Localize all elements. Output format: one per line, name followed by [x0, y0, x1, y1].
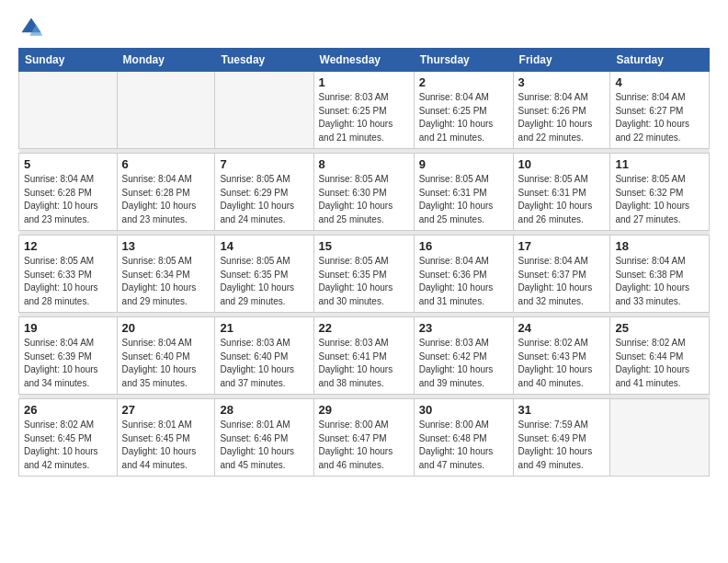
day-info: Sunrise: 8:05 AM Sunset: 6:35 PM Dayligh…: [319, 255, 409, 308]
day-info: Sunrise: 8:01 AM Sunset: 6:46 PM Dayligh…: [220, 419, 308, 472]
day-number: 11: [615, 157, 704, 171]
day-cell: 5Sunrise: 8:04 AM Sunset: 6:28 PM Daylig…: [19, 154, 118, 231]
day-number: 10: [518, 157, 606, 171]
day-info: Sunrise: 8:04 AM Sunset: 6:40 PM Dayligh…: [122, 337, 210, 390]
day-cell: 24Sunrise: 8:02 AM Sunset: 6:43 PM Dayli…: [513, 317, 610, 395]
day-number: 15: [319, 239, 409, 253]
day-cell: 8Sunrise: 8:05 AM Sunset: 6:30 PM Daylig…: [313, 154, 414, 231]
day-cell: 20Sunrise: 8:04 AM Sunset: 6:40 PM Dayli…: [117, 317, 215, 395]
weekday-friday: Friday: [513, 49, 610, 72]
week-row-4: 19Sunrise: 8:04 AM Sunset: 6:39 PM Dayli…: [19, 317, 710, 395]
day-cell: 23Sunrise: 8:03 AM Sunset: 6:42 PM Dayli…: [414, 317, 513, 395]
day-info: Sunrise: 8:04 AM Sunset: 6:27 PM Dayligh…: [615, 91, 704, 144]
weekday-saturday: Saturday: [610, 49, 710, 72]
day-info: Sunrise: 8:05 AM Sunset: 6:32 PM Dayligh…: [615, 173, 704, 226]
day-cell: 2Sunrise: 8:04 AM Sunset: 6:25 PM Daylig…: [414, 72, 513, 149]
day-cell: 13Sunrise: 8:05 AM Sunset: 6:34 PM Dayli…: [117, 236, 215, 313]
day-cell: 29Sunrise: 8:00 AM Sunset: 6:47 PM Dayli…: [313, 399, 414, 477]
day-cell: 1Sunrise: 8:03 AM Sunset: 6:25 PM Daylig…: [313, 72, 414, 149]
day-number: 3: [518, 75, 606, 89]
weekday-wednesday: Wednesday: [313, 49, 414, 72]
logo-icon: [18, 15, 44, 40]
day-number: 12: [24, 239, 112, 253]
day-number: 25: [615, 321, 704, 335]
day-info: Sunrise: 8:04 AM Sunset: 6:38 PM Dayligh…: [615, 255, 704, 308]
weekday-header-row: SundayMondayTuesdayWednesdayThursdayFrid…: [19, 49, 710, 72]
day-number: 22: [319, 321, 409, 335]
day-info: Sunrise: 8:05 AM Sunset: 6:30 PM Dayligh…: [319, 173, 409, 226]
day-info: Sunrise: 8:05 AM Sunset: 6:34 PM Dayligh…: [122, 255, 210, 308]
day-info: Sunrise: 8:03 AM Sunset: 6:42 PM Dayligh…: [419, 337, 508, 390]
calendar: SundayMondayTuesdayWednesdayThursdayFrid…: [18, 48, 710, 477]
day-number: 5: [24, 157, 112, 171]
day-number: 29: [319, 403, 409, 417]
weekday-sunday: Sunday: [19, 49, 118, 72]
day-info: Sunrise: 8:02 AM Sunset: 6:43 PM Dayligh…: [518, 337, 606, 390]
day-cell: 31Sunrise: 7:59 AM Sunset: 6:49 PM Dayli…: [513, 399, 610, 477]
day-cell: 19Sunrise: 8:04 AM Sunset: 6:39 PM Dayli…: [19, 317, 118, 395]
day-cell: 18Sunrise: 8:04 AM Sunset: 6:38 PM Dayli…: [610, 236, 710, 313]
day-info: Sunrise: 8:04 AM Sunset: 6:26 PM Dayligh…: [518, 91, 606, 144]
day-info: Sunrise: 8:04 AM Sunset: 6:39 PM Dayligh…: [24, 337, 112, 390]
day-number: 27: [122, 403, 210, 417]
week-row-1: 1Sunrise: 8:03 AM Sunset: 6:25 PM Daylig…: [19, 72, 710, 149]
week-row-2: 5Sunrise: 8:04 AM Sunset: 6:28 PM Daylig…: [19, 154, 710, 231]
day-info: Sunrise: 8:01 AM Sunset: 6:45 PM Dayligh…: [122, 419, 210, 472]
day-number: 8: [319, 157, 409, 171]
day-number: 7: [220, 157, 308, 171]
day-number: 17: [518, 239, 606, 253]
day-info: Sunrise: 8:05 AM Sunset: 6:31 PM Dayligh…: [419, 173, 508, 226]
day-info: Sunrise: 8:04 AM Sunset: 6:28 PM Dayligh…: [24, 173, 112, 226]
day-number: 19: [24, 321, 112, 335]
day-info: Sunrise: 8:05 AM Sunset: 6:31 PM Dayligh…: [518, 173, 606, 226]
weekday-tuesday: Tuesday: [215, 49, 313, 72]
day-cell: [117, 72, 215, 149]
day-cell: 25Sunrise: 8:02 AM Sunset: 6:44 PM Dayli…: [610, 317, 710, 395]
day-info: Sunrise: 8:00 AM Sunset: 6:48 PM Dayligh…: [419, 419, 508, 472]
day-cell: 4Sunrise: 8:04 AM Sunset: 6:27 PM Daylig…: [610, 72, 710, 149]
day-cell: 26Sunrise: 8:02 AM Sunset: 6:45 PM Dayli…: [19, 399, 118, 477]
day-cell: 27Sunrise: 8:01 AM Sunset: 6:45 PM Dayli…: [117, 399, 215, 477]
day-info: Sunrise: 8:04 AM Sunset: 6:25 PM Dayligh…: [419, 91, 508, 144]
day-cell: 10Sunrise: 8:05 AM Sunset: 6:31 PM Dayli…: [513, 154, 610, 231]
day-number: 23: [419, 321, 508, 335]
day-cell: 6Sunrise: 8:04 AM Sunset: 6:28 PM Daylig…: [117, 154, 215, 231]
week-row-3: 12Sunrise: 8:05 AM Sunset: 6:33 PM Dayli…: [19, 236, 710, 313]
day-info: Sunrise: 8:04 AM Sunset: 6:37 PM Dayligh…: [518, 255, 606, 308]
day-info: Sunrise: 8:03 AM Sunset: 6:41 PM Dayligh…: [319, 337, 409, 390]
day-info: Sunrise: 8:04 AM Sunset: 6:28 PM Dayligh…: [122, 173, 210, 226]
day-number: 30: [419, 403, 508, 417]
day-info: Sunrise: 8:03 AM Sunset: 6:25 PM Dayligh…: [319, 91, 409, 144]
day-cell: [19, 72, 118, 149]
day-info: Sunrise: 8:05 AM Sunset: 6:29 PM Dayligh…: [220, 173, 308, 226]
day-info: Sunrise: 8:03 AM Sunset: 6:40 PM Dayligh…: [220, 337, 308, 390]
logo: [18, 15, 48, 40]
day-cell: 7Sunrise: 8:05 AM Sunset: 6:29 PM Daylig…: [215, 154, 313, 231]
day-number: 6: [122, 157, 210, 171]
day-number: 2: [419, 75, 508, 89]
day-number: 20: [122, 321, 210, 335]
weekday-monday: Monday: [117, 49, 215, 72]
day-info: Sunrise: 8:05 AM Sunset: 6:33 PM Dayligh…: [24, 255, 112, 308]
day-cell: 28Sunrise: 8:01 AM Sunset: 6:46 PM Dayli…: [215, 399, 313, 477]
day-info: Sunrise: 8:05 AM Sunset: 6:35 PM Dayligh…: [220, 255, 308, 308]
day-cell: 21Sunrise: 8:03 AM Sunset: 6:40 PM Dayli…: [215, 317, 313, 395]
week-row-5: 26Sunrise: 8:02 AM Sunset: 6:45 PM Dayli…: [19, 399, 710, 477]
day-info: Sunrise: 8:00 AM Sunset: 6:47 PM Dayligh…: [319, 419, 409, 472]
day-cell: 16Sunrise: 8:04 AM Sunset: 6:36 PM Dayli…: [414, 236, 513, 313]
page: SundayMondayTuesdayWednesdayThursdayFrid…: [0, 0, 728, 563]
day-cell: 17Sunrise: 8:04 AM Sunset: 6:37 PM Dayli…: [513, 236, 610, 313]
day-number: 18: [615, 239, 704, 253]
weekday-thursday: Thursday: [414, 49, 513, 72]
header: [18, 15, 710, 40]
day-number: 26: [24, 403, 112, 417]
day-cell: 15Sunrise: 8:05 AM Sunset: 6:35 PM Dayli…: [313, 236, 414, 313]
day-number: 31: [518, 403, 606, 417]
day-number: 9: [419, 157, 508, 171]
day-cell: 3Sunrise: 8:04 AM Sunset: 6:26 PM Daylig…: [513, 72, 610, 149]
day-info: Sunrise: 7:59 AM Sunset: 6:49 PM Dayligh…: [518, 419, 606, 472]
day-number: 28: [220, 403, 308, 417]
day-cell: [215, 72, 313, 149]
day-cell: 12Sunrise: 8:05 AM Sunset: 6:33 PM Dayli…: [19, 236, 118, 313]
day-number: 13: [122, 239, 210, 253]
